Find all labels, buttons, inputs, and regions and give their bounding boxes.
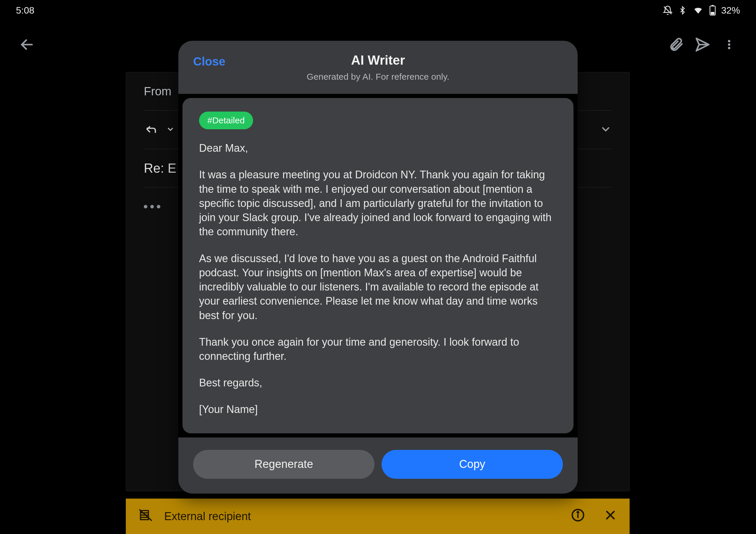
svg-rect-3 — [711, 12, 715, 14]
modal-footer: Regenerate Copy — [178, 438, 578, 494]
chevron-down-icon — [166, 125, 175, 135]
svg-point-16 — [577, 512, 579, 513]
wifi-icon — [692, 5, 704, 15]
back-button[interactable] — [14, 31, 40, 58]
modal-body-wrap: #Detailed Dear Max, It was a pleasure me… — [178, 94, 578, 438]
svg-point-8 — [728, 47, 730, 49]
svg-point-7 — [728, 43, 730, 46]
generated-text-panel: #Detailed Dear Max, It was a pleasure me… — [182, 98, 574, 433]
bluetooth-icon — [678, 5, 687, 15]
generated-paragraph: [Your Name] — [199, 402, 557, 416]
chevron-down-icon[interactable] — [600, 123, 611, 136]
from-label: From — [144, 85, 171, 98]
external-domain-icon — [139, 508, 152, 524]
svg-point-6 — [728, 40, 730, 42]
modal-subtitle: Generated by AI. For reference only. — [307, 72, 449, 82]
status-right: 32% — [663, 5, 740, 16]
generated-paragraph: Best regards, — [199, 376, 557, 390]
send-button[interactable] — [689, 31, 716, 58]
generated-paragraph: Dear Max, — [199, 141, 557, 155]
generated-paragraph: As we discussed, I'd love to have you as… — [199, 252, 557, 323]
copy-button[interactable]: Copy — [382, 450, 563, 479]
close-button[interactable]: Close — [193, 55, 225, 68]
battery-percent: 32% — [721, 5, 740, 16]
modal-header: Close AI Writer Generated by AI. For ref… — [178, 41, 578, 94]
notifications-off-icon — [663, 5, 673, 15]
generated-paragraph: Thank you once again for your time and g… — [199, 335, 557, 363]
reply-icon — [144, 123, 159, 137]
battery-icon — [709, 5, 716, 16]
info-icon[interactable] — [571, 508, 585, 524]
modal-title: AI Writer — [351, 53, 405, 67]
close-icon[interactable] — [604, 509, 617, 524]
status-time: 5:08 — [16, 5, 34, 16]
status-bar: 5:08 32% — [0, 0, 756, 21]
overflow-menu-button[interactable] — [716, 31, 742, 58]
external-recipient-banner: External recipient — [126, 498, 630, 534]
attach-button[interactable] — [663, 31, 689, 58]
subject-text: Re: E — [144, 161, 176, 175]
ai-writer-modal: Close AI Writer Generated by AI. For ref… — [178, 41, 578, 494]
style-tag: #Detailed — [199, 112, 253, 129]
regenerate-button[interactable]: Regenerate — [193, 450, 374, 479]
generated-paragraph: It was a pleasure meeting you at Droidco… — [199, 168, 557, 239]
external-recipient-text: External recipient — [164, 510, 251, 523]
